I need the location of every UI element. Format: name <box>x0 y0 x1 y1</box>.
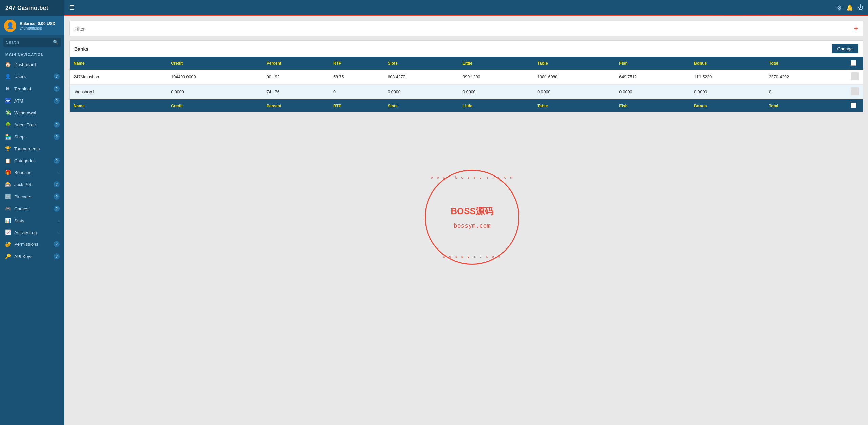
sidebar-item-bonuses[interactable]: 🎁 Bonuses ‹ <box>0 167 64 178</box>
shops-badge[interactable]: ? <box>54 134 60 140</box>
cell-table: 0.0000 <box>533 85 615 99</box>
cell-bonus: 0.0000 <box>690 85 765 99</box>
footer-col-bonus: Bonus <box>690 99 765 112</box>
cell-percent: 74 - 76 <box>262 85 329 99</box>
sidebar-item-jackpot[interactable]: 🎰 Jack Pot ? <box>0 178 64 190</box>
sidebar-item-categories[interactable]: 📋 Categories ? <box>0 154 64 167</box>
cell-bonus: 111.5230 <box>690 70 765 85</box>
sidebar-item-games[interactable]: 🎮 Games ? <box>0 203 64 215</box>
topbar-bell-icon[interactable]: 🔔 <box>846 4 853 11</box>
footer-col-fish: Fish <box>615 99 690 112</box>
agent-tree-icon: 🌳 <box>5 122 11 127</box>
table-row: 247Mainshop 104490.0000 90 - 92 58.75 60… <box>70 70 863 85</box>
pincodes-icon: 🔢 <box>5 194 11 199</box>
categories-badge[interactable]: ? <box>54 158 60 164</box>
footer-col-credit: Credit <box>167 99 262 112</box>
sidebar-item-users[interactable]: 👤 Users ? <box>0 70 64 82</box>
cell-credit: 0.0000 <box>167 85 262 99</box>
banks-header: Banks Change <box>70 41 863 57</box>
col-header-little: Little <box>458 57 533 70</box>
topbar-settings-icon[interactable]: ⚙ <box>837 4 842 11</box>
banks-section: Banks Change Name Credit Percent RTP Slo… <box>69 40 863 112</box>
col-header-table: Table <box>533 57 615 70</box>
sidebar-item-label: Withdrawal <box>14 110 36 115</box>
jackpot-icon: 🎰 <box>5 182 11 187</box>
filter-bar: Filter + <box>69 21 863 36</box>
dashboard-icon: 🏠 <box>5 62 11 67</box>
footer-col-slots: Slots <box>383 99 458 112</box>
hamburger-icon[interactable]: ☰ <box>69 4 75 11</box>
sidebar-item-label: Agent Tree <box>14 122 36 127</box>
main-content: ☰ ⚙ 🔔 ⏻ Filter + Banks Change Name <box>64 0 868 425</box>
row-action-btn[interactable] <box>851 87 859 95</box>
games-badge[interactable]: ? <box>54 206 60 212</box>
cell-name: 247Mainshop <box>70 70 167 85</box>
sidebar-item-activity-log[interactable]: 📈 Activity Log ‹ <box>0 226 64 238</box>
avatar: 👤 <box>4 20 16 32</box>
filter-plus-button[interactable]: + <box>854 25 858 33</box>
atm-badge[interactable]: ? <box>54 98 60 104</box>
games-icon: 🎮 <box>5 206 11 211</box>
jackpot-badge[interactable]: ? <box>54 181 60 187</box>
users-badge[interactable]: ? <box>54 73 60 79</box>
stats-icon: 📊 <box>5 218 11 223</box>
api-keys-badge[interactable]: ? <box>54 253 60 259</box>
change-button[interactable]: Change <box>832 44 858 53</box>
app-logo: 247 Casino.bet <box>0 0 64 16</box>
row-action-btn[interactable] <box>851 72 859 80</box>
footer-col-checkbox <box>847 99 863 112</box>
table-header-row: Name Credit Percent RTP Slots Little Tab… <box>70 57 863 70</box>
sidebar-item-label: Games <box>14 206 28 211</box>
banks-title: Banks <box>74 46 88 52</box>
col-header-slots: Slots <box>383 57 458 70</box>
sidebar-item-stats[interactable]: 📊 Stats ‹ <box>0 215 64 226</box>
footer-col-little: Little <box>458 99 533 112</box>
sidebar-item-permissions[interactable]: 🔐 Permissions ? <box>0 238 64 250</box>
bonuses-chevron: ‹ <box>58 170 60 174</box>
col-header-percent: Percent <box>262 57 329 70</box>
col-header-name: Name <box>70 57 167 70</box>
sidebar-item-agent-tree[interactable]: 🌳 Agent Tree ? <box>0 118 64 131</box>
cell-rtp: 0 <box>329 85 383 99</box>
footer-select-all-checkbox[interactable] <box>851 103 856 108</box>
select-all-checkbox[interactable] <box>851 60 856 66</box>
sidebar-item-tournaments[interactable]: 🏆 Tournaments <box>0 143 64 154</box>
table-footer-row: Name Credit Percent RTP Slots Little Tab… <box>70 99 863 112</box>
cell-total: 0 <box>765 85 847 99</box>
footer-col-name: Name <box>70 99 167 112</box>
sidebar-item-api-keys[interactable]: 🔑 API Keys ? <box>0 250 64 262</box>
cell-fish: 649.7512 <box>615 70 690 85</box>
shops-icon: 🏪 <box>5 134 11 140</box>
search-box[interactable]: 🔍 <box>3 38 61 47</box>
permissions-badge[interactable]: ? <box>54 241 60 247</box>
sidebar-item-atm[interactable]: 🏧 ATM ? <box>0 95 64 107</box>
sidebar-item-shops[interactable]: 🏪 Shops ? <box>0 131 64 143</box>
topbar-power-icon[interactable]: ⏻ <box>858 4 863 11</box>
api-keys-icon: 🔑 <box>5 254 11 259</box>
sidebar-item-terminal[interactable]: 🖥 Terminal ? <box>0 82 64 95</box>
pincodes-badge[interactable]: ? <box>54 193 60 200</box>
tournaments-icon: 🏆 <box>5 146 11 151</box>
content-area: Filter + Banks Change Name Credit Percen… <box>64 16 868 425</box>
col-header-fish: Fish <box>615 57 690 70</box>
col-header-total: Total <box>765 57 847 70</box>
search-input[interactable] <box>6 40 51 45</box>
atm-icon: 🏧 <box>5 98 11 104</box>
sidebar-item-withdrawal[interactable]: 💸 Withdrawal <box>0 107 64 118</box>
cell-slots: 0.0000 <box>383 85 458 99</box>
activity-log-chevron: ‹ <box>58 230 60 234</box>
sidebar-item-label: Activity Log <box>14 230 37 235</box>
footer-col-rtp: RTP <box>329 99 383 112</box>
agent-tree-badge[interactable]: ? <box>54 122 60 128</box>
terminal-badge[interactable]: ? <box>54 86 60 92</box>
sidebar-item-label: Bonuses <box>14 170 32 175</box>
footer-col-total: Total <box>765 99 847 112</box>
sidebar-item-label: Dashboard <box>14 62 36 67</box>
cell-fish: 0.0000 <box>615 85 690 99</box>
bonuses-icon: 🎁 <box>5 170 11 175</box>
sidebar-item-pincodes[interactable]: 🔢 Pincodes ? <box>0 190 64 203</box>
sidebar-item-dashboard[interactable]: 🏠 Dashboard <box>0 59 64 70</box>
sidebar-item-label: ATM <box>14 98 23 104</box>
sidebar: 247 Casino.bet 👤 Balance: 0.00 USD 247Ma… <box>0 0 64 425</box>
users-icon: 👤 <box>5 74 11 79</box>
